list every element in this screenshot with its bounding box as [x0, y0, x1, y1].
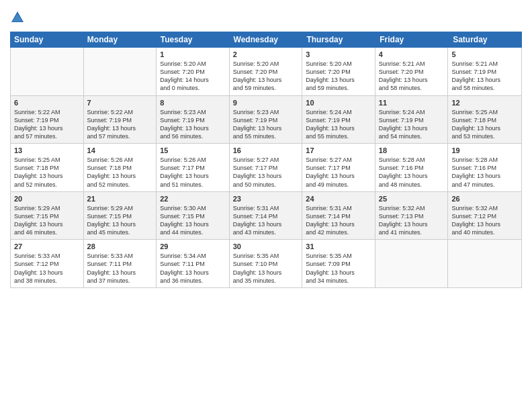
day-number: 4	[379, 50, 445, 58]
calendar-cell: 5Sunrise: 5:21 AM Sunset: 7:19 PM Daylig…	[448, 48, 521, 95]
day-number: 18	[379, 146, 445, 154]
day-number: 13	[14, 146, 80, 154]
day-number: 30	[233, 242, 299, 250]
calendar-cell: 13Sunrise: 5:25 AM Sunset: 7:18 PM Dayli…	[11, 144, 84, 191]
day-number: 24	[306, 195, 371, 203]
weekday-header: Saturday	[449, 32, 522, 48]
calendar-week-row: 1Sunrise: 5:20 AM Sunset: 7:20 PM Daylig…	[11, 48, 521, 96]
day-info: Sunrise: 5:25 AM Sunset: 7:18 PM Dayligh…	[451, 109, 500, 140]
calendar-cell: 22Sunrise: 5:30 AM Sunset: 7:15 PM Dayli…	[157, 192, 230, 240]
day-number: 22	[160, 195, 226, 203]
day-number: 8	[160, 99, 226, 107]
day-info: Sunrise: 5:24 AM Sunset: 7:19 PM Dayligh…	[306, 109, 355, 140]
day-info: Sunrise: 5:21 AM Sunset: 7:20 PM Dayligh…	[379, 60, 428, 91]
calendar-cell	[448, 240, 521, 287]
day-number: 5	[451, 50, 518, 58]
calendar-cell: 4Sunrise: 5:21 AM Sunset: 7:20 PM Daylig…	[375, 48, 449, 95]
day-info: Sunrise: 5:29 AM Sunset: 7:15 PM Dayligh…	[14, 205, 63, 236]
day-number: 31	[306, 242, 371, 250]
day-info: Sunrise: 5:23 AM Sunset: 7:19 PM Dayligh…	[160, 109, 209, 140]
calendar-cell: 16Sunrise: 5:27 AM Sunset: 7:17 PM Dayli…	[230, 144, 303, 191]
day-info: Sunrise: 5:22 AM Sunset: 7:19 PM Dayligh…	[14, 109, 63, 140]
calendar-cell: 18Sunrise: 5:28 AM Sunset: 7:16 PM Dayli…	[375, 144, 449, 191]
page: SundayMondayTuesdayWednesdayThursdayFrid…	[0, 0, 532, 411]
day-info: Sunrise: 5:20 AM Sunset: 7:20 PM Dayligh…	[160, 60, 209, 91]
calendar-cell: 12Sunrise: 5:25 AM Sunset: 7:18 PM Dayli…	[448, 96, 521, 144]
calendar-body: 1Sunrise: 5:20 AM Sunset: 7:20 PM Daylig…	[10, 48, 522, 288]
day-number: 29	[160, 242, 226, 250]
day-number: 23	[233, 195, 299, 203]
day-info: Sunrise: 5:24 AM Sunset: 7:19 PM Dayligh…	[379, 109, 428, 140]
day-number: 28	[87, 242, 153, 250]
calendar-cell: 9Sunrise: 5:23 AM Sunset: 7:19 PM Daylig…	[230, 96, 303, 144]
weekday-header: Tuesday	[157, 32, 230, 48]
day-number: 12	[451, 99, 518, 107]
calendar-cell: 25Sunrise: 5:32 AM Sunset: 7:13 PM Dayli…	[375, 192, 449, 240]
logo-icon	[10, 10, 25, 25]
calendar-cell: 28Sunrise: 5:33 AM Sunset: 7:11 PM Dayli…	[84, 240, 157, 287]
day-number: 21	[87, 195, 153, 203]
day-number: 10	[306, 99, 371, 107]
calendar-cell: 6Sunrise: 5:22 AM Sunset: 7:19 PM Daylig…	[11, 96, 84, 144]
day-info: Sunrise: 5:31 AM Sunset: 7:14 PM Dayligh…	[306, 205, 355, 236]
day-number: 6	[14, 99, 80, 107]
day-info: Sunrise: 5:35 AM Sunset: 7:10 PM Dayligh…	[233, 253, 282, 283]
calendar-cell: 14Sunrise: 5:26 AM Sunset: 7:18 PM Dayli…	[84, 144, 157, 191]
day-number: 16	[233, 146, 299, 154]
calendar-cell: 17Sunrise: 5:27 AM Sunset: 7:17 PM Dayli…	[302, 144, 375, 191]
day-info: Sunrise: 5:32 AM Sunset: 7:12 PM Dayligh…	[451, 205, 500, 236]
day-info: Sunrise: 5:35 AM Sunset: 7:09 PM Dayligh…	[306, 253, 355, 283]
weekday-header: Sunday	[10, 32, 83, 48]
day-info: Sunrise: 5:25 AM Sunset: 7:18 PM Dayligh…	[14, 156, 63, 187]
day-number: 20	[14, 195, 80, 203]
calendar-cell: 26Sunrise: 5:32 AM Sunset: 7:12 PM Dayli…	[448, 192, 521, 240]
day-number: 9	[233, 99, 299, 107]
day-info: Sunrise: 5:29 AM Sunset: 7:15 PM Dayligh…	[87, 205, 136, 236]
day-number: 27	[14, 242, 80, 250]
weekday-header: Friday	[375, 32, 449, 48]
calendar-cell: 7Sunrise: 5:22 AM Sunset: 7:19 PM Daylig…	[84, 96, 157, 144]
day-number: 3	[306, 50, 371, 58]
calendar-week-row: 27Sunrise: 5:33 AM Sunset: 7:12 PM Dayli…	[11, 240, 521, 287]
day-number: 17	[306, 146, 371, 154]
day-info: Sunrise: 5:20 AM Sunset: 7:20 PM Dayligh…	[233, 60, 282, 91]
calendar-cell: 29Sunrise: 5:34 AM Sunset: 7:11 PM Dayli…	[157, 240, 230, 287]
day-info: Sunrise: 5:21 AM Sunset: 7:19 PM Dayligh…	[451, 60, 500, 91]
calendar-cell: 20Sunrise: 5:29 AM Sunset: 7:15 PM Dayli…	[11, 192, 84, 240]
calendar-cell: 19Sunrise: 5:28 AM Sunset: 7:16 PM Dayli…	[448, 144, 521, 191]
day-number: 19	[451, 146, 518, 154]
calendar-cell: 8Sunrise: 5:23 AM Sunset: 7:19 PM Daylig…	[157, 96, 230, 144]
calendar-week-row: 13Sunrise: 5:25 AM Sunset: 7:18 PM Dayli…	[11, 144, 521, 192]
day-info: Sunrise: 5:26 AM Sunset: 7:17 PM Dayligh…	[160, 156, 209, 187]
day-info: Sunrise: 5:26 AM Sunset: 7:18 PM Dayligh…	[87, 156, 136, 187]
calendar: SundayMondayTuesdayWednesdayThursdayFrid…	[10, 32, 522, 401]
calendar-cell: 24Sunrise: 5:31 AM Sunset: 7:14 PM Dayli…	[302, 192, 375, 240]
day-info: Sunrise: 5:31 AM Sunset: 7:14 PM Dayligh…	[233, 205, 282, 236]
calendar-cell: 11Sunrise: 5:24 AM Sunset: 7:19 PM Dayli…	[375, 96, 449, 144]
calendar-cell	[11, 48, 84, 95]
day-info: Sunrise: 5:23 AM Sunset: 7:19 PM Dayligh…	[233, 109, 282, 140]
header	[10, 10, 522, 25]
day-number: 25	[379, 195, 445, 203]
calendar-cell: 1Sunrise: 5:20 AM Sunset: 7:20 PM Daylig…	[157, 48, 230, 95]
day-number: 2	[233, 50, 299, 58]
day-info: Sunrise: 5:33 AM Sunset: 7:12 PM Dayligh…	[14, 253, 63, 283]
day-number: 1	[160, 50, 226, 58]
weekday-header: Thursday	[302, 32, 375, 48]
day-info: Sunrise: 5:27 AM Sunset: 7:17 PM Dayligh…	[233, 156, 282, 187]
calendar-rows: 1Sunrise: 5:20 AM Sunset: 7:20 PM Daylig…	[11, 48, 521, 287]
calendar-cell: 10Sunrise: 5:24 AM Sunset: 7:19 PM Dayli…	[302, 96, 375, 144]
weekday-header: Monday	[83, 32, 157, 48]
calendar-cell: 23Sunrise: 5:31 AM Sunset: 7:14 PM Dayli…	[230, 192, 303, 240]
calendar-cell: 2Sunrise: 5:20 AM Sunset: 7:20 PM Daylig…	[230, 48, 303, 95]
calendar-header: SundayMondayTuesdayWednesdayThursdayFrid…	[10, 32, 522, 48]
day-info: Sunrise: 5:32 AM Sunset: 7:13 PM Dayligh…	[379, 205, 428, 236]
day-number: 7	[87, 99, 153, 107]
weekday-header: Wednesday	[230, 32, 303, 48]
day-info: Sunrise: 5:20 AM Sunset: 7:20 PM Dayligh…	[306, 60, 355, 91]
day-info: Sunrise: 5:30 AM Sunset: 7:15 PM Dayligh…	[160, 205, 209, 236]
day-number: 11	[379, 99, 445, 107]
day-info: Sunrise: 5:34 AM Sunset: 7:11 PM Dayligh…	[160, 253, 209, 283]
calendar-cell: 27Sunrise: 5:33 AM Sunset: 7:12 PM Dayli…	[11, 240, 84, 287]
calendar-week-row: 6Sunrise: 5:22 AM Sunset: 7:19 PM Daylig…	[11, 96, 521, 144]
